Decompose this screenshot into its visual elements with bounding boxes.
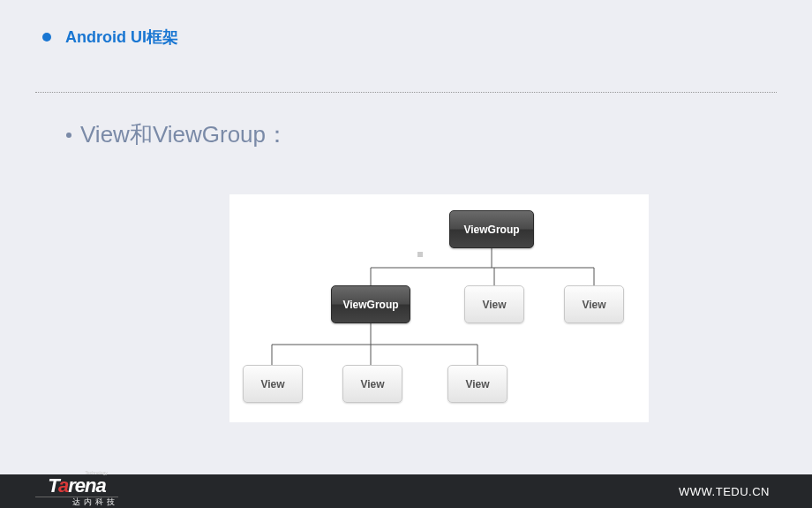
hierarchy-diagram: ViewGroup ViewGroup View View View View …: [229, 194, 649, 422]
node-view-leaf3: View: [447, 365, 508, 403]
node-viewgroup-mid: ViewGroup: [331, 285, 410, 323]
node-view-mid1: View: [464, 285, 524, 323]
sub-bullet-icon: [66, 133, 71, 138]
website-url: WWW.TEDU.CN: [679, 485, 770, 498]
node-view-leaf1: View: [243, 365, 303, 403]
logo-main: Tarena Technology: [48, 476, 105, 496]
footer: Tarena Technology 达内科技 WWW.TEDU.CN: [0, 474, 812, 508]
logo-sub: 达内科技: [35, 497, 118, 506]
logo-sup: Technology: [85, 471, 107, 475]
logo-pre: T: [48, 474, 58, 497]
node-view-mid2: View: [564, 285, 624, 323]
slide: { "header": { "title": "Android UI框架" },…: [0, 0, 812, 508]
bullet-icon: [42, 33, 51, 42]
node-root-viewgroup: ViewGroup: [449, 210, 534, 248]
content: View和ViewGroup： ViewGroup ViewGroup Vie: [0, 93, 812, 422]
header: Android UI框架: [0, 0, 812, 48]
node-view-leaf2: View: [342, 365, 402, 403]
decorative-dot: [417, 252, 423, 257]
subtitle-row: View和ViewGroup：: [66, 119, 812, 150]
logo-accent: a: [58, 474, 68, 497]
subtitle: View和ViewGroup：: [80, 119, 289, 150]
logo-post: rena: [68, 474, 105, 497]
page-title: Android UI框架: [65, 27, 178, 48]
tarena-logo: Tarena Technology 达内科技: [35, 476, 118, 506]
